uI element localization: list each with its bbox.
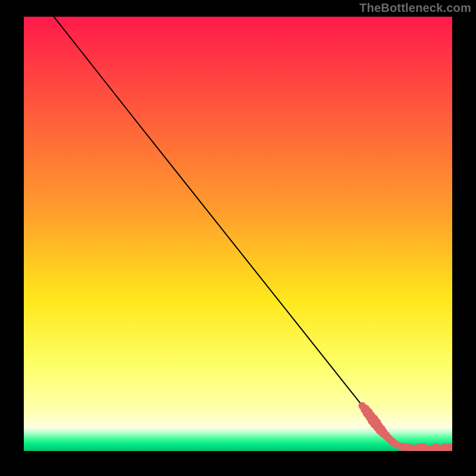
attribution-label: TheBottleneck.com: [359, 1, 471, 15]
gradient-background: [24, 17, 452, 451]
chart-svg: [24, 17, 452, 451]
chart-frame: TheBottleneck.com: [0, 0, 476, 476]
plot-area: [24, 17, 452, 451]
